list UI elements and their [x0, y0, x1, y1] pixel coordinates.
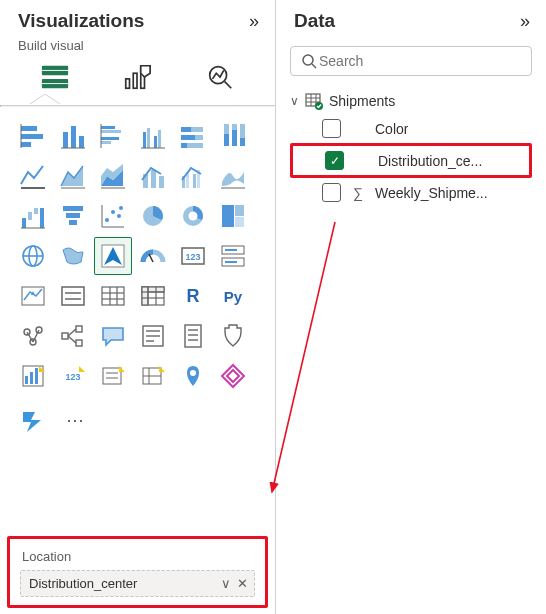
svg-line-8	[225, 82, 232, 89]
viz-funnel[interactable]	[54, 197, 92, 235]
svg-rect-123	[25, 376, 28, 384]
svg-rect-87	[62, 287, 84, 305]
svg-rect-20	[101, 141, 111, 144]
checkbox-weekly-shipments[interactable]	[322, 183, 341, 202]
svg-rect-38	[240, 138, 245, 146]
viz-r[interactable]: R	[174, 277, 212, 315]
svg-rect-32	[181, 143, 187, 148]
search-box[interactable]	[290, 46, 532, 76]
viz-100-stacked-h[interactable]	[174, 117, 212, 155]
viz-key-influencers[interactable]	[14, 317, 52, 355]
viz-power-automate-3[interactable]	[134, 357, 172, 395]
table-name: Shipments	[329, 93, 395, 109]
checkbox-distribution-center[interactable]: ✓	[325, 151, 344, 170]
svg-marker-128	[79, 366, 85, 372]
collapse-visualizations-icon[interactable]: »	[249, 11, 259, 32]
location-field-pill[interactable]: Distribution_center ∨ ✕	[20, 570, 255, 597]
svg-rect-110	[76, 326, 82, 332]
svg-point-69	[189, 212, 198, 221]
viz-matrix[interactable]	[134, 277, 172, 315]
svg-rect-129	[103, 368, 121, 384]
viz-multi-card[interactable]	[214, 237, 252, 275]
viz-azure-map[interactable]	[94, 237, 132, 275]
viz-clustered-bar-h[interactable]	[94, 117, 132, 155]
viz-smart-narrative[interactable]	[134, 317, 172, 355]
field-color[interactable]: Color	[290, 114, 532, 143]
svg-rect-118	[185, 325, 201, 347]
svg-rect-46	[151, 170, 156, 188]
viz-power-automate-flow[interactable]	[14, 401, 52, 439]
viz-slicer[interactable]	[54, 277, 92, 315]
viz-kpi[interactable]	[14, 277, 52, 315]
svg-rect-19	[101, 137, 119, 140]
viz-map[interactable]	[14, 237, 52, 275]
viz-arcgis[interactable]	[174, 357, 212, 395]
field-label: Color	[375, 121, 408, 137]
viz-waterfall[interactable]	[14, 197, 52, 235]
more-visuals-button[interactable]: ⋯	[56, 401, 94, 439]
viz-stacked-bar-h[interactable]	[14, 117, 52, 155]
viz-power-automate-1[interactable]: 123	[54, 357, 92, 395]
tab-format[interactable]	[116, 59, 158, 95]
field-weekly-shipments[interactable]: ∑ Weekly_Shipme...	[290, 178, 532, 207]
svg-rect-72	[235, 217, 244, 227]
svg-rect-90	[102, 287, 124, 305]
viz-line[interactable]	[14, 157, 52, 195]
viz-line-clustered-col[interactable]	[174, 157, 212, 195]
svg-marker-126	[39, 366, 45, 372]
table-shipments[interactable]: ∨ Shipments	[290, 88, 532, 114]
svg-rect-54	[28, 212, 32, 220]
viz-ribbon[interactable]	[214, 157, 252, 195]
viz-decomposition[interactable]	[54, 317, 92, 355]
checkbox-color[interactable]	[322, 119, 341, 138]
svg-rect-5	[134, 73, 138, 88]
table-icon	[305, 92, 323, 110]
viz-qna[interactable]	[94, 317, 132, 355]
viz-gauge[interactable]	[134, 237, 172, 275]
svg-marker-140	[23, 412, 41, 432]
collapse-data-icon[interactable]: »	[520, 11, 530, 32]
visualizations-title: Visualizations	[18, 10, 144, 32]
remove-field-icon[interactable]: ✕	[237, 576, 248, 591]
data-title: Data	[294, 10, 335, 32]
viz-table[interactable]	[94, 277, 132, 315]
svg-marker-132	[119, 366, 125, 372]
viz-get-more[interactable]	[214, 357, 252, 395]
viz-area[interactable]	[54, 157, 92, 195]
viz-goals[interactable]	[214, 317, 252, 355]
field-distribution-center[interactable]: ✓ Distribution_ce...	[290, 143, 532, 178]
svg-rect-34	[224, 134, 229, 146]
svg-point-104	[24, 329, 30, 335]
svg-rect-109	[62, 333, 68, 339]
tab-analytics[interactable]	[199, 59, 241, 95]
svg-text:Py: Py	[224, 288, 243, 305]
tab-build[interactable]	[34, 59, 76, 95]
viz-paginated[interactable]	[174, 317, 212, 355]
viz-power-apps[interactable]	[14, 357, 52, 395]
viz-100-stacked-v[interactable]	[214, 117, 252, 155]
svg-rect-124	[30, 372, 33, 384]
svg-rect-30	[181, 135, 195, 140]
search-input[interactable]	[317, 52, 521, 70]
viz-clustered-bar-v[interactable]	[134, 117, 172, 155]
viz-treemap[interactable]	[214, 197, 252, 235]
viz-card[interactable]: 123	[174, 237, 212, 275]
svg-rect-9	[21, 126, 37, 131]
viz-scatter[interactable]	[94, 197, 132, 235]
build-visual-label: Build visual	[0, 36, 275, 59]
viz-filled-map[interactable]	[54, 237, 92, 275]
fields-tree: ∨ Shipments Color ✓ Distribution_ce... ∑…	[276, 88, 546, 207]
viz-stacked-area[interactable]	[94, 157, 132, 195]
viz-stacked-bar-v[interactable]	[54, 117, 92, 155]
search-icon	[301, 53, 317, 69]
viz-python[interactable]: Py	[214, 277, 252, 315]
viz-line-stacked-col[interactable]	[134, 157, 172, 195]
svg-rect-36	[232, 130, 237, 146]
visualizations-pane: Visualizations » Build visual	[0, 0, 276, 614]
viz-power-automate-2[interactable]	[94, 357, 132, 395]
chevron-down-icon[interactable]: ∨	[221, 576, 231, 591]
viz-donut[interactable]	[174, 197, 212, 235]
viz-pie[interactable]	[134, 197, 172, 235]
svg-rect-59	[66, 213, 80, 218]
svg-point-64	[119, 206, 123, 210]
